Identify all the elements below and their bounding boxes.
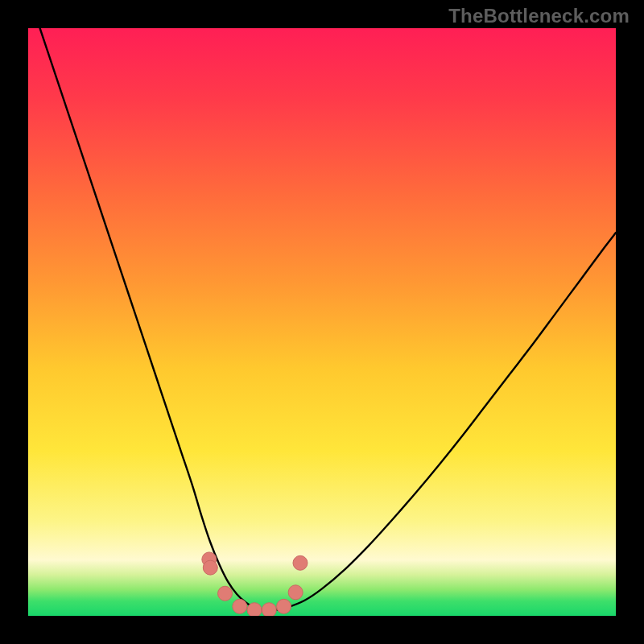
- trough-marker: [247, 603, 262, 616]
- watermark-text: TheBottleneck.com: [448, 5, 630, 27]
- trough-marker: [233, 599, 247, 613]
- trough-marker: [262, 603, 276, 616]
- trough-marker: [203, 560, 217, 575]
- trough-marker: [293, 555, 308, 570]
- plot-area: [28, 28, 616, 616]
- gradient-background: [28, 28, 616, 616]
- outer-frame: TheBottleneck.com: [0, 0, 644, 644]
- trough-marker: [277, 599, 291, 613]
- trough-marker: [288, 585, 303, 600]
- trough-marker: [218, 586, 233, 601]
- bottleneck-chart: [28, 28, 616, 616]
